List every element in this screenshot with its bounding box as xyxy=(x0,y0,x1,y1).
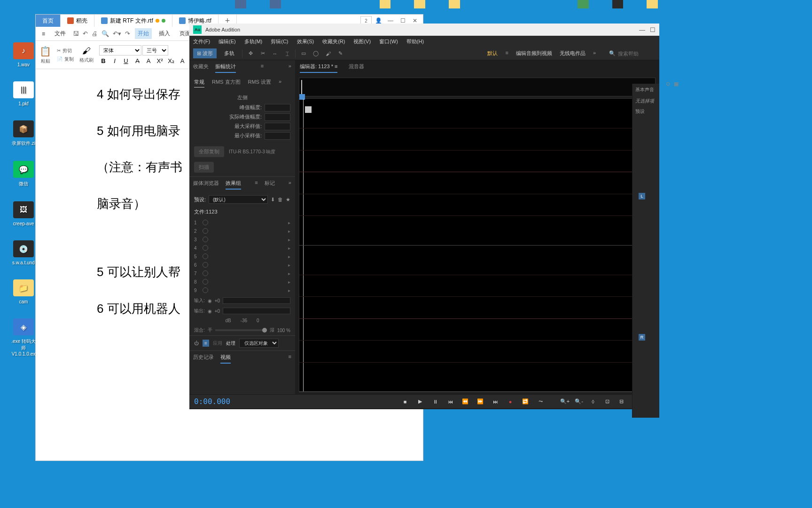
desktop-icon-1pkf[interactable]: ||| 1.pkf xyxy=(9,81,38,106)
font-color-button[interactable]: A xyxy=(144,57,153,64)
panel-menu-icon[interactable]: ≡ xyxy=(261,63,264,73)
print-icon[interactable]: 🖨 xyxy=(92,30,98,37)
input-knob-icon[interactable]: ◉ xyxy=(208,298,212,303)
italic-button[interactable]: I xyxy=(110,57,119,64)
format-painter-icon[interactable]: 🖌 xyxy=(82,46,91,56)
delete-preset-icon[interactable]: 🗑 xyxy=(278,197,283,202)
taskbar-folder-2[interactable] xyxy=(414,0,425,8)
process-button[interactable]: 处理 xyxy=(226,340,235,347)
fx-slot-9[interactable]: 9▸ xyxy=(194,286,290,294)
taskbar-psd-2[interactable] xyxy=(270,0,281,8)
wps-menu-file[interactable]: 文件 xyxy=(52,30,68,38)
fx-power-icon[interactable]: ⏻ xyxy=(194,341,199,346)
au-menu-favorites[interactable]: 收藏夹(R) xyxy=(322,38,345,45)
nav-zoom-icon[interactable]: ⊙ xyxy=(666,81,670,87)
scan-button[interactable]: 扫描 xyxy=(194,162,214,173)
power-icon[interactable] xyxy=(203,237,208,242)
hamburger-icon[interactable]: ≡ xyxy=(39,31,47,37)
fx-list-icon[interactable]: ≡ xyxy=(203,340,209,347)
slip-tool-icon[interactable]: ↔ xyxy=(271,49,279,58)
power-icon[interactable] xyxy=(203,287,208,293)
pause-button[interactable]: ⏸ xyxy=(430,397,440,406)
time-select-tool-icon[interactable]: ⌶ xyxy=(283,49,291,58)
wps-tab-home[interactable]: 首页 xyxy=(36,15,61,27)
fxrack-menu-icon[interactable]: ≡ xyxy=(255,180,258,190)
au-tab-history[interactable]: 历史记录 xyxy=(193,354,214,364)
power-icon[interactable] xyxy=(203,279,208,285)
font-name-select[interactable]: 宋体 xyxy=(99,45,141,56)
record-button[interactable]: ● xyxy=(505,397,515,406)
power-icon[interactable] xyxy=(203,245,208,251)
fx-slot-3[interactable]: 3▸ xyxy=(194,235,290,244)
save-icon[interactable]: 🖫 xyxy=(73,30,79,37)
power-icon[interactable] xyxy=(203,228,208,234)
au-maximize-button[interactable]: ☐ xyxy=(650,26,656,33)
zoom-in-icon[interactable]: 🔍+ xyxy=(560,397,570,406)
au-menu-clip[interactable]: 剪辑(C) xyxy=(271,38,288,45)
fx-slot-2[interactable]: 2▸ xyxy=(194,227,290,235)
au-tab-favorites[interactable]: 收藏夹 xyxy=(193,63,209,73)
copy-button[interactable]: 📄 复制 xyxy=(57,56,74,63)
play-button[interactable]: ▶ xyxy=(415,397,425,406)
taskbar-psd-file[interactable] xyxy=(612,0,624,8)
move-tool-icon[interactable]: ✥ xyxy=(246,49,255,58)
fx-slot-1[interactable]: 1▸ xyxy=(194,218,290,227)
zoom-sel-out-icon[interactable]: ⊟ xyxy=(616,397,626,406)
desktop-icon-cam[interactable]: 📁 cam xyxy=(9,279,38,304)
skip-start-button[interactable]: ⏮ xyxy=(445,397,455,406)
lasso-tool-icon[interactable]: ◯ xyxy=(312,49,320,58)
strikethrough-button[interactable]: A̶ xyxy=(133,57,141,64)
au-tab-video[interactable]: 视频 xyxy=(220,354,231,364)
skip-end-button[interactable]: ⏭ xyxy=(490,397,500,406)
au-navigator[interactable]: ⊙ ▦ xyxy=(299,78,656,96)
wps-menu-insert[interactable]: 插入 xyxy=(156,30,172,38)
au-menu-help[interactable]: 帮助(H) xyxy=(406,38,424,45)
desktop-icon-recorder[interactable]: 📦 录屏软件.zi xyxy=(9,120,38,147)
desktop-icon-swat[interactable]: 💿 s.w.a.t.und xyxy=(9,240,38,265)
au-menu-file[interactable]: 文件(F) xyxy=(193,38,210,45)
power-icon[interactable] xyxy=(203,262,208,268)
fx-slot-7[interactable]: 7▸ xyxy=(194,269,290,278)
format-painter-button[interactable]: 格式刷 xyxy=(79,57,94,64)
au-subtab-rmssettings[interactable]: RMS 设置 xyxy=(248,79,272,87)
preview-icon[interactable]: 🔍 xyxy=(102,30,109,37)
au-workspace-radio[interactable]: 无线电作品 xyxy=(560,50,586,57)
au-waveform-display[interactable] xyxy=(299,98,637,392)
wps-tab-rtf-new[interactable]: 新建 RTF 文件.rtf xyxy=(94,15,172,27)
nav-list-icon[interactable]: ▦ xyxy=(674,81,679,87)
font-size-select[interactable]: 三号 xyxy=(142,45,168,56)
workspace-menu-icon[interactable]: ≡ xyxy=(505,50,508,57)
superscript-button[interactable]: X² xyxy=(156,57,164,64)
au-search-input[interactable] xyxy=(618,51,656,56)
subscript-button[interactable]: X₂ xyxy=(167,57,175,64)
fx-slot-4[interactable]: 4▸ xyxy=(194,244,290,252)
markers-expand-icon[interactable]: » xyxy=(289,180,291,190)
copy-all-button[interactable]: 全部复制 xyxy=(194,146,224,157)
au-menu-multitrack[interactable]: 多轨(M) xyxy=(244,38,263,45)
au-subtab-rmshist[interactable]: RMS 直方图 xyxy=(212,79,241,87)
au-minimize-button[interactable]: — xyxy=(639,26,645,33)
mix-slider[interactable] xyxy=(215,329,267,331)
workspace-more-icon[interactable]: » xyxy=(593,50,596,57)
au-tab-fxrack[interactable]: 效果组 xyxy=(226,180,241,190)
au-view-multitrack-button[interactable]: 多轨 xyxy=(220,48,238,58)
skip-silence-button[interactable]: ⤳ xyxy=(535,397,546,406)
zoom-sel-in-icon[interactable]: ⊡ xyxy=(602,397,612,406)
video-menu-icon[interactable]: ≡ xyxy=(289,354,291,364)
forward-button[interactable]: ⏩ xyxy=(475,397,485,406)
au-subtab-general[interactable]: 常规 xyxy=(194,79,204,87)
wps-tab-docer[interactable]: 稻壳 xyxy=(61,15,94,27)
scope-select[interactable]: 仅选区对象 xyxy=(239,339,279,348)
au-tab-ampstats[interactable]: 振幅统计 xyxy=(215,63,236,73)
brush-tool-icon[interactable]: 🖌 xyxy=(324,49,332,58)
au-mixer-tab[interactable]: 混音器 xyxy=(349,63,364,73)
au-tab-mediabrowser[interactable]: 媒体浏览器 xyxy=(193,180,219,190)
apply-button[interactable]: 应用 xyxy=(213,340,222,347)
redo-icon[interactable]: ↷ xyxy=(125,30,130,37)
au-menu-window[interactable]: 窗口(W) xyxy=(379,38,398,45)
au-workspace-default[interactable]: 默认 xyxy=(487,50,498,57)
stop-button[interactable]: ■ xyxy=(400,397,410,406)
taskbar-xls[interactable] xyxy=(578,0,589,8)
loop-button[interactable]: 🔁 xyxy=(520,397,531,406)
au-tab-markers[interactable]: 标记 xyxy=(265,180,275,190)
